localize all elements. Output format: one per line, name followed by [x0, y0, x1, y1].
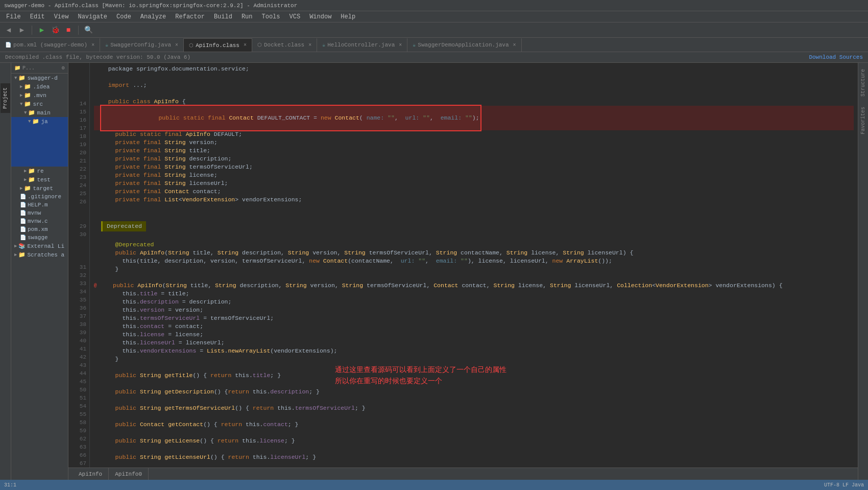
tab-pom[interactable]: 📄 pom.xml (swagger-demo) × — [0, 38, 100, 52]
toolbar-back[interactable]: ◀ — [3, 25, 14, 36]
code-line — [94, 204, 854, 212]
menu-tools[interactable]: Tools — [258, 12, 284, 21]
sidebar-item-gitignore[interactable]: 📄 .gitignore — [11, 193, 68, 201]
sidebar-label: main — [37, 110, 50, 116]
code-line: this.vendorExtensions = Lists.newArrayLi… — [94, 347, 854, 355]
sidebar-item-re[interactable]: ▶ 📁 re — [11, 167, 68, 175]
sidebar-item-external-lib[interactable]: ▶ 📚 External Li — [11, 242, 68, 250]
sidebar-label: mvnw.c — [28, 218, 48, 224]
code-line — [94, 380, 854, 388]
sidebar-label: .idea — [33, 84, 50, 90]
deprecated-badge: Deprecated — [101, 221, 146, 231]
sidebar-label: External Li — [27, 243, 64, 249]
toolbar-run[interactable]: ▶ — [36, 25, 47, 36]
sidebar-item-mvn[interactable]: ▶ 📁 .mvn — [11, 91, 68, 100]
menu-run[interactable]: Run — [237, 12, 257, 21]
sidebar-item-target[interactable]: ▶ 📁 target — [11, 184, 68, 193]
code-line: this.licenseUrl = licenseUrl; — [94, 339, 854, 347]
code-line — [94, 429, 854, 437]
code-line — [94, 396, 854, 404]
menu-file[interactable]: File — [2, 12, 25, 21]
decompile-notice: Decompiled .class file, bytecode version… — [0, 52, 868, 63]
tab-bar: 📄 pom.xml (swagger-demo) × ☕ SwaggerConf… — [0, 38, 868, 52]
code-line: this.license = license; — [94, 331, 854, 339]
tab-apiinfo-label: ApiInfo.class — [196, 42, 239, 49]
sidebar-item-mvnw[interactable]: 📄 mvnw — [11, 209, 68, 217]
sidebar-item-ja[interactable]: ▼ 📁 ja — [11, 117, 68, 126]
code-line: } — [94, 265, 854, 273]
menu-window[interactable]: Window — [305, 12, 335, 21]
menu-vcs[interactable]: VCS — [285, 12, 305, 21]
code-line: private final String title; — [94, 147, 854, 155]
menu-build[interactable]: Build — [210, 12, 236, 21]
menu-edit[interactable]: Edit — [26, 12, 49, 21]
tab-hellocontroller[interactable]: ☕ HelloController.java × — [317, 38, 407, 52]
bottom-tab-apiinfo[interactable]: ApiInfo — [73, 468, 109, 480]
sidebar-item-pom[interactable]: 📄 pom.xm — [11, 225, 68, 234]
code-line: public String getTitle() { return this.t… — [94, 371, 854, 380]
sidebar-header: 📁 P... ⚙ — [11, 63, 68, 74]
tab-docket-close[interactable]: × — [308, 42, 311, 48]
sidebar-item-idea[interactable]: ▶ 📁 .idea — [11, 82, 68, 91]
code-editor: 14 15 16 17 18 19 20 21 22 23 24 25 26 2… — [68, 63, 858, 468]
menu-code[interactable]: Code — [112, 12, 135, 21]
status-bar: 31:1 UTF-8 LF Java — [0, 480, 868, 490]
code-line: this.version = version; — [94, 306, 854, 314]
vert-tab-favorites[interactable]: Favorites — [858, 103, 868, 138]
sidebar-item-test[interactable]: ▶ 📁 test — [11, 175, 68, 184]
sidebar-item-main[interactable]: ▼ 📁 main — [11, 108, 68, 117]
sidebar-label: pom.xm — [28, 226, 48, 232]
sidebar-item-scratches[interactable]: ▶ 📁 Scratches a — [11, 250, 68, 259]
menu-help[interactable]: Help — [336, 12, 359, 21]
toolbar-forward[interactable]: ▶ — [16, 25, 28, 36]
toolbar-debug[interactable]: 🐞 — [50, 25, 61, 36]
code-line: private final String licenseUrl; — [94, 179, 854, 188]
vert-tab-project[interactable]: Project — [1, 83, 10, 113]
toolbar-stop[interactable]: ■ — [63, 25, 74, 36]
code-line: public String getLicense() { return this… — [94, 437, 854, 445]
tab-apiinfo[interactable]: ⬡ ApiInfo.class × — [184, 38, 252, 52]
tab-swaggerconfig[interactable]: ☕ SwaggerConfig.java × — [100, 38, 184, 52]
tab-apiinfo-close[interactable]: × — [244, 42, 247, 48]
menu-navigate[interactable]: Navigate — [74, 12, 111, 21]
code-line: private final String termsOfServiceUrl; — [94, 163, 854, 171]
sidebar-item-swagger[interactable]: 📄 swagge — [11, 234, 68, 242]
sidebar-label: Scratches a — [27, 252, 64, 258]
toolbar-sep2 — [78, 26, 79, 35]
sidebar-item-help[interactable]: 📄 HELP.m — [11, 201, 68, 209]
code-line: } — [94, 355, 854, 363]
tab-docket[interactable]: ⬡ Docket.class × — [252, 38, 317, 52]
toolbar-sep1 — [32, 26, 32, 35]
toolbar-search[interactable]: 🔍 — [83, 25, 94, 36]
code-content[interactable]: package springfox.documentation.service;… — [90, 63, 858, 468]
code-line: this.termsOfServiceUrl = termsOfServiceU… — [94, 314, 854, 322]
code-line — [94, 461, 854, 468]
tab-swaggerdemo-close[interactable]: × — [513, 42, 516, 48]
tab-swaggerdemo[interactable]: ☕ SwaggerDemoApplication.java × — [407, 38, 521, 52]
tab-swaggerconfig-close[interactable]: × — [175, 42, 178, 48]
sidebar-label: swagge — [28, 235, 48, 241]
code-line — [94, 445, 854, 453]
code-line-deprecated: Deprecated — [94, 220, 854, 232]
sidebar-item-mvnw-cmd[interactable]: 📄 mvnw.c — [11, 217, 68, 225]
tab-docket-label: Docket.class — [264, 42, 304, 48]
sidebar-item-swagger-d[interactable]: ▼ 📁 swagger-d — [11, 74, 68, 82]
sidebar-label: swagger-d — [27, 75, 57, 81]
code-line: private final String license; — [94, 171, 854, 179]
app-title: swagger-demo - ApiInfo.class [Maven: io.… — [4, 3, 297, 9]
code-line: package springfox.documentation.service; — [94, 65, 854, 73]
menu-refactor[interactable]: Refactor — [171, 12, 209, 21]
bottom-tab-apiinfo0[interactable]: ApiInfo0 — [109, 468, 149, 480]
download-sources-link[interactable]: Download Sources — [809, 54, 863, 60]
sidebar-label: test — [37, 177, 50, 183]
status-position: 31:1 — [4, 482, 16, 488]
tab-pom-close[interactable]: × — [91, 42, 94, 48]
code-line: public Contact getContact() { return thi… — [94, 421, 854, 429]
vert-tab-structure[interactable]: Structure — [858, 65, 868, 101]
code-line: private final List<VendorExtension> vend… — [94, 196, 854, 204]
menu-analyze[interactable]: Analyze — [136, 12, 170, 21]
sidebar-item-src[interactable]: ▼ 📁 src — [11, 100, 68, 108]
tab-hellocontroller-close[interactable]: × — [399, 42, 402, 48]
code-line: this.title = title; — [94, 290, 854, 298]
menu-view[interactable]: View — [50, 12, 73, 21]
